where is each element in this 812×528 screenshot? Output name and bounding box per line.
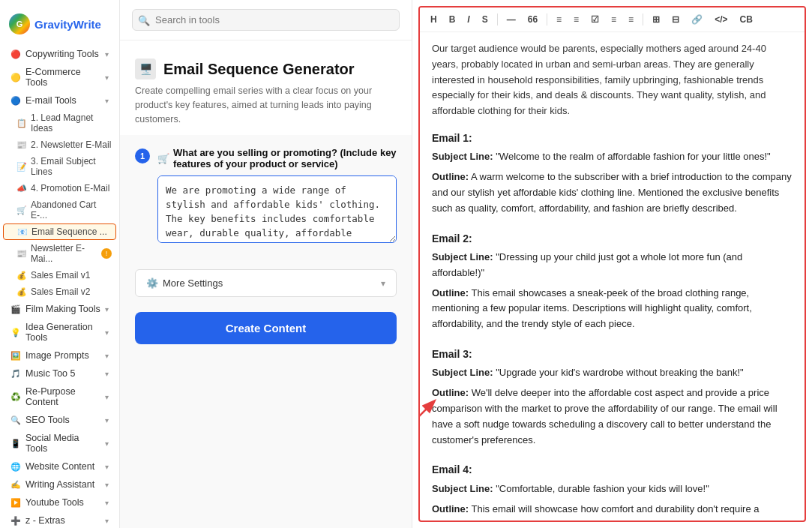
step1-row: 1 🛒 What are you selling or promoting? (…: [135, 147, 397, 245]
toolbar-divider-1: [497, 14, 498, 26]
chevron-icon: ▾: [105, 463, 109, 471]
chevron-icon: ▾: [105, 97, 109, 105]
tool-icon: 🖥️: [135, 58, 156, 80]
email-1-outline: Outline: A warm welcome to the subscribe…: [432, 170, 793, 216]
sidebar-item-repurpose[interactable]: ♻️ Re-Purpose Content ▾: [3, 382, 116, 411]
email-3-subject-label: Subject Line:: [432, 367, 493, 378]
email-4-subject: Subject Line: "Comfortable, durable fash…: [432, 482, 793, 497]
ecommerce-icon: 🟡: [10, 72, 21, 82]
sidebar-item-ecommerce[interactable]: 🟡 E-Commerce Tools ▾: [3, 63, 116, 92]
toolbar-ordered-list[interactable]: ≡: [569, 12, 583, 27]
more-settings-text: More Settings: [163, 278, 223, 289]
toolbar-heading[interactable]: H: [426, 12, 442, 27]
toolbar-66[interactable]: 66: [523, 12, 542, 27]
chevron-icon: ▾: [105, 499, 109, 507]
toolbar-cb[interactable]: CB: [735, 12, 757, 27]
chevron-icon: ▾: [105, 393, 109, 401]
toolbar-indent[interactable]: ≡: [607, 12, 621, 27]
toolbar-strikethrough[interactable]: S: [478, 12, 493, 27]
sidebar-item-social-media[interactable]: 📱 Social Media Tools ▾: [3, 429, 116, 458]
copywriting-icon: 🔴: [10, 49, 21, 59]
email-3-outline-label: Outline:: [432, 387, 469, 398]
create-content-button[interactable]: Create Content: [135, 312, 397, 344]
logo-icon: G: [9, 14, 30, 34]
email-2-outline-text: This email showcases a sneak-peek of the…: [432, 287, 752, 330]
sales-v2-icon: 💰: [16, 287, 27, 297]
sidebar-item-website[interactable]: 🌐 Website Content ▾: [3, 458, 116, 476]
sidebar-subitem-sales-v2[interactable]: 💰 Sales Email v2: [0, 284, 119, 300]
sidebar-subitem-lead-magnet[interactable]: 📋 1. Lead Magnet Ideas: [0, 110, 119, 136]
toolbar-outdent[interactable]: ≡: [624, 12, 638, 27]
sidebar-item-writing[interactable]: ✍️ Writing Assistant ▾: [3, 476, 116, 494]
sidebar-subitem-abandoned-cart[interactable]: 🛒 Abandoned Cart E-...: [0, 196, 119, 224]
email-3-subject-text: "Upgrade your kid's wardrobe without bre…: [496, 367, 743, 378]
sidebar-subitem-sales-v1[interactable]: 💰 Sales Email v1: [0, 267, 119, 284]
sidebar-subitem-newsletter-email[interactable]: 📰 Newsletter E-Mai... !: [0, 240, 119, 267]
sidebar-item-extras[interactable]: ➕ z - Extras ▾: [3, 512, 116, 528]
app-name: GravityWrite: [34, 18, 101, 31]
toolbar-unordered-list[interactable]: ≡: [552, 12, 566, 27]
sidebar-label-image-prompts: Image Prompts: [25, 350, 89, 361]
output-toolbar: H B I S — 66 ≡ ≡ ☑ ≡ ≡ ⊞ ⊟ 🔗 </> CB: [420, 8, 805, 32]
tool-header-top: 🖥️ Email Sequence Generator: [135, 58, 397, 80]
email-2-outline-label: Outline:: [432, 287, 469, 298]
sidebar-label-email-sequence: Email Sequence ...: [31, 226, 111, 237]
toolbar-link[interactable]: 🔗: [687, 12, 707, 27]
sidebar-label-music: Music Too 5: [25, 368, 75, 379]
search-input[interactable]: [132, 9, 400, 31]
toolbar-bold[interactable]: B: [445, 12, 460, 27]
sidebar-item-image-prompts[interactable]: 🖼️ Image Prompts ▾: [3, 346, 116, 364]
email-block-4: Email 4: Subject Line: "Comfortable, dur…: [432, 461, 793, 522]
sidebar-item-seo[interactable]: 🔍 SEO Tools ▾: [3, 411, 116, 429]
email-1-outline-label: Outline:: [432, 171, 469, 182]
repurpose-icon: ♻️: [10, 392, 21, 402]
sales-v1-icon: 💰: [16, 271, 27, 280]
sidebar-item-copywriting[interactable]: 🔴 Copywriting Tools ▾: [3, 45, 116, 63]
toolbar-code[interactable]: </>: [710, 12, 732, 27]
sidebar-item-youtube[interactable]: ▶️ Youtube Tools ▾: [3, 494, 116, 512]
chevron-icon: ▾: [105, 440, 109, 448]
email-3-subject: Subject Line: "Upgrade your kid's wardro…: [432, 365, 793, 381]
more-settings-row[interactable]: ⚙️ More Settings ▾: [135, 269, 397, 297]
sidebar-item-music-tools[interactable]: 🎵 Music Too 5 ▾: [3, 364, 116, 382]
subject-lines-icon: 📝: [16, 162, 27, 172]
sidebar-subitem-newsletter[interactable]: 📰 2. Newsletter E-Mail: [0, 136, 119, 153]
email-block-3: Email 3: Subject Line: "Upgrade your kid…: [432, 346, 793, 448]
sidebar: G GravityWrite 🔴 Copywriting Tools ▾ 🟡 E…: [0, 0, 120, 528]
email-2-subject-label: Subject Line:: [432, 251, 493, 262]
app-logo[interactable]: G GravityWrite: [0, 6, 119, 45]
more-settings-label: ⚙️ More Settings: [146, 278, 223, 289]
music-icon: 🎵: [10, 368, 21, 379]
idea-icon: 💡: [10, 327, 21, 338]
toolbar-dash[interactable]: —: [502, 12, 520, 27]
social-media-icon: 📱: [10, 438, 21, 448]
form-section: 1 🛒 What are you selling or promoting? (…: [120, 135, 412, 269]
email-1-subject-label: Subject Line:: [432, 151, 493, 162]
toolbar-table[interactable]: ⊞: [648, 12, 664, 27]
sidebar-item-email[interactable]: 🔵 E-mail Tools ▾: [3, 92, 116, 110]
sidebar-subitem-email-sequence[interactable]: 📧 Email Sequence ...: [3, 224, 116, 240]
chevron-icon: ▾: [105, 50, 109, 58]
sidebar-item-idea-generation[interactable]: 💡 Idea Generation Tools ▾: [3, 318, 116, 346]
email-4-subject-text: "Comfortable, durable fashion your kids …: [496, 483, 709, 494]
sidebar-label-website: Website Content: [25, 461, 94, 472]
image-prompts-icon: 🖼️: [10, 350, 21, 361]
tool-title: Email Sequence Generator: [163, 61, 355, 78]
email-4-subject-label: Subject Line:: [432, 483, 493, 494]
toolbar-italic[interactable]: I: [463, 12, 474, 27]
email-3-outline: Outline: We'll delve deeper into the aff…: [432, 386, 793, 448]
sidebar-label-idea: Idea Generation Tools: [25, 322, 100, 343]
sidebar-label-copywriting: Copywriting Tools: [25, 49, 99, 59]
sidebar-subitem-subject-lines[interactable]: 📝 3. Email Subject Lines: [0, 153, 119, 180]
search-icon: 🔍: [138, 14, 150, 26]
sidebar-label-abandoned-cart: Abandoned Cart E-...: [31, 200, 112, 220]
toolbar-image[interactable]: ⊟: [667, 12, 684, 27]
toolbar-checklist[interactable]: ☑: [586, 12, 604, 27]
sidebar-label-lead-magnet: 1. Lead Magnet Ideas: [31, 112, 112, 134]
sidebar-item-filmmaking[interactable]: 🎬 Film Making Tools ▾: [3, 300, 116, 318]
sidebar-subitem-promotion[interactable]: 📣 4. Promotion E-Mail: [0, 180, 119, 196]
output-intro: Our target audience would be parents, es…: [432, 41, 793, 119]
step1-textarea[interactable]: We are promoting a wide range of stylish…: [157, 176, 397, 243]
search-section: 🔍: [120, 0, 412, 40]
chevron-icon: ▾: [105, 370, 109, 378]
